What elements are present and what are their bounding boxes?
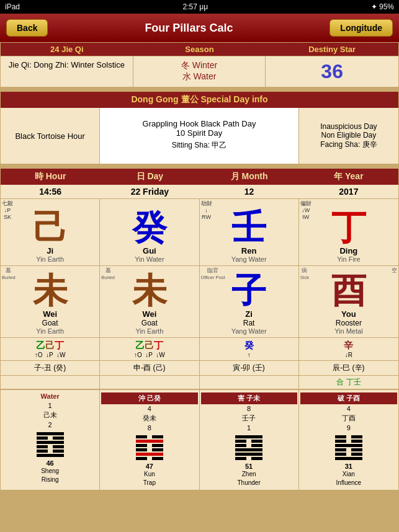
stem-day-element: Yin Water (102, 255, 196, 263)
hidden-hour-chars: 乙己丁 (3, 340, 97, 352)
hidden-stems-row: 乙己丁 ↑O ↓P ↓W 乙己丁 ↑O ↓P ↓W 癸 ↑ 辛 ↓R (1, 338, 398, 361)
hex-line (136, 457, 163, 460)
donggong-right-line3: Facing Sha: 庚辛 (304, 140, 393, 150)
jieqi-col2-header: Season (133, 45, 266, 54)
hex-line (335, 444, 362, 447)
hex-year: 破 子酉 4丁酉9 31 XianInfluence (299, 390, 398, 490)
jieqi-col1: Jie Qi: Dong Zhi: Winter Solstice (1, 56, 133, 87)
hex-line (136, 435, 163, 438)
stem-hour-char: 己 (3, 210, 97, 245)
branch-hour-name: Wei (3, 309, 97, 319)
hidden-hour: 乙己丁 ↑O ↓P ↓W (1, 338, 100, 360)
sitting-sha: Sitting Sha: 甲乙 (169, 138, 230, 153)
hex-line (235, 448, 262, 451)
hex-day-label: 47 (101, 463, 197, 470)
status-right: ✦ 95% (371, 2, 394, 11)
stem-hour-element: Yin Earth (3, 255, 97, 263)
hex-hour-lines (2, 432, 98, 457)
stem-day-name: Gui (102, 246, 196, 255)
branch-day-char: 未 (102, 273, 196, 308)
donggong-line1: Grappling Hook Black Path Day (143, 119, 256, 128)
hex-line (136, 453, 163, 456)
clash-day: 申-酉 (己) (100, 361, 199, 375)
hex-hour-label: 46 (2, 459, 98, 467)
hex-line (335, 435, 362, 438)
season-cn: 冬 Winter (137, 60, 262, 71)
donggong-line2: 10 Spirit Day (176, 128, 222, 138)
pillars-section: 時 Hour 日 Day 月 Month 年 Year 14:56 22 Fri… (0, 168, 399, 490)
time-month: 12 (200, 187, 299, 197)
jieqi-section: 24 Jie Qi Season Destiny Star Jie Qi: Do… (0, 42, 399, 87)
branches-row: 墓Buried 未 Wei Goat Yin Earth 墓Buried 未 W… (1, 266, 398, 338)
time-year: 2017 (299, 187, 398, 197)
branch-day-name: Wei (102, 309, 196, 319)
stem-month-label: 劫財↓RW (201, 200, 212, 220)
hex-line (37, 441, 64, 444)
jieqi-body: Jie Qi: Dong Zhi: Winter Solstice 冬 Wint… (1, 56, 398, 87)
hidden-month-chars: 癸 (202, 340, 296, 352)
branch-year-char: 酉 (302, 273, 396, 308)
hex-hour-header: Water (2, 392, 98, 400)
hex-month-lines (201, 435, 297, 460)
longitude-button[interactable]: Longitude (330, 19, 393, 37)
hex-year-clash: 破 子酉 (300, 392, 397, 404)
jieqi-col2: 冬 Winter 水 Water (133, 56, 266, 87)
hex-day-lines (101, 435, 197, 460)
season-element: 水 Water (137, 71, 262, 82)
hex-day-clash: 沖 己癸 (101, 392, 197, 404)
clash-row: 子-丑 (癸) 申-酉 (己) 寅-卯 (壬) 辰-巳 (辛) (1, 361, 398, 376)
branch-day-element: Yin Earth (102, 327, 196, 335)
hex-month-label: 51 (201, 463, 297, 470)
stem-month-name: Ren (202, 246, 296, 255)
donggong-middle: Grappling Hook Black Path Day 10 Spirit … (100, 108, 299, 164)
jieqi-col1-header: 24 Jie Qi (1, 45, 133, 54)
stem-hour-label: 七殺↓PSK (2, 200, 13, 220)
stem-month-char: 壬 (202, 210, 296, 245)
hex-line (235, 444, 262, 447)
jieqi-col3: 36 (266, 56, 398, 87)
hidden-hour-arrows: ↑O ↓P ↓W (3, 352, 97, 358)
hex-hour-num: 1己未2 (2, 401, 98, 430)
combine-year: 合 丁壬 (299, 376, 398, 389)
hex-line (335, 453, 362, 456)
status-time: 2:57 μμ (183, 2, 208, 11)
donggong-right: Inauspicious Day Non Eligible Day Facing… (299, 108, 398, 164)
hex-day-names: KunTrap (101, 470, 197, 487)
branch-month-element: Yang Water (202, 327, 296, 335)
branch-month-animal: Rat (202, 319, 296, 327)
branch-day: 墓Buried 未 Wei Goat Yin Earth (100, 266, 199, 337)
pillar-header-hour: 時 Hour (1, 171, 100, 182)
stem-month-element: Yang Water (202, 255, 296, 263)
hex-line (37, 437, 64, 440)
hidden-year-chars: 辛 (302, 340, 396, 352)
stem-day-char: 癸 (102, 210, 196, 245)
stem-day: 癸 Gui Yin Water (100, 199, 199, 265)
pillar-header-day: 日 Day (100, 171, 199, 182)
hex-section: Water 1己未2 46 ShengRising 沖 己癸 4癸未8 (1, 389, 398, 490)
donggong-right-line1: Inauspicious Day (304, 122, 393, 131)
stem-hour: 七殺↓PSK 己 Ji Yin Earth (1, 199, 100, 265)
branch-year-element: Yin Metal (302, 327, 396, 335)
jieqi-header: 24 Jie Qi Season Destiny Star (1, 43, 398, 56)
stem-year-char: 丁 (302, 210, 396, 245)
donggong-left: Black Tortoise Hour (1, 108, 100, 164)
hex-hour: Water 1己未2 46 ShengRising (1, 390, 100, 490)
branch-hour-side: 墓Buried (2, 267, 16, 281)
jieqi-value: Jie Qi: Dong Zhi: Winter Solstice (9, 60, 125, 69)
hex-line (235, 435, 262, 438)
time-hour: 14:56 (1, 187, 100, 197)
hex-month-clash: 害 子未 (201, 392, 297, 404)
branch-year-side: 病Sick (300, 267, 309, 281)
branch-month-side: 臨官Officer Post (201, 267, 225, 281)
status-left: iPad (5, 2, 20, 11)
donggong-header: Dong Gong 董公 Special Day info (1, 92, 398, 108)
top-nav: Back Four Pillars Calc Longitude (0, 14, 399, 42)
branch-year: 病Sick 空 酉 You Rooster Yin Metal (299, 266, 398, 337)
hex-year-lines (300, 435, 397, 460)
branch-year-animal: Rooster (302, 319, 396, 327)
stem-month: 劫財↓RW 壬 Ren Yang Water (200, 199, 299, 265)
back-button[interactable]: Back (6, 19, 48, 37)
hex-line (136, 444, 163, 447)
clash-year: 辰-巳 (辛) (299, 361, 398, 375)
branch-hour-element: Yin Earth (3, 327, 97, 335)
